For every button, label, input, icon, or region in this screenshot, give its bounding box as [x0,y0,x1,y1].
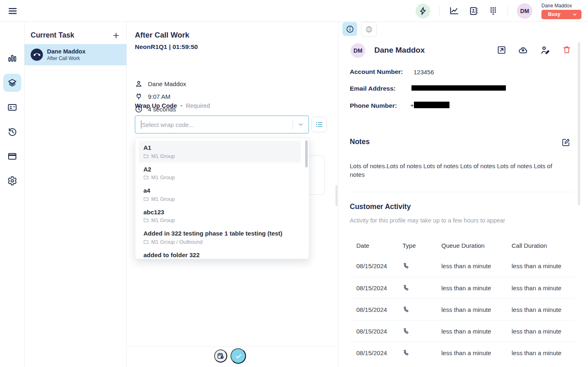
option-label: added to folder 322 [143,251,297,259]
delete-contact-button[interactable] [562,45,572,55]
dot-separator [181,105,182,107]
cell-date: 08/15/2024 [356,306,402,313]
status-dropdown[interactable]: Busy [541,10,581,19]
sidebar-item-settings[interactable] [7,176,17,186]
section-divider [350,192,574,192]
folder-icon [143,175,149,180]
wrap-code-option[interactable]: a4 M1 Group [139,184,301,205]
sidebar-item-contacts[interactable] [7,102,17,112]
current-task-panel: Current Task Dane Maddox After Call Work [25,22,127,367]
account-number-value: 123456 [414,69,434,76]
phone-prefix: + [410,102,414,109]
table-row[interactable]: 08/15/2024 less than a minute less than … [350,255,574,277]
acw-start-time: 9:07 AM [148,93,170,100]
user-avatar[interactable]: DM [517,3,532,19]
analytics-chart-icon[interactable] [449,6,459,16]
cell-queue-duration: less than a minute [441,262,512,269]
sidebar-item-analytics[interactable] [7,53,17,63]
task-list-item[interactable]: Dane Maddox After Call Work [25,44,127,65]
list-icon [315,120,323,129]
brain-icon [365,25,373,33]
top-bar: DM Dane Maddox Busy [0,0,588,22]
acw-start-time-row: 9:07 AM [135,93,170,100]
wrap-code-option[interactable]: A1 M1 Group [139,141,301,162]
add-task-button[interactable] [112,32,120,39]
table-row[interactable]: 08/15/2024 less than a minute less than … [350,277,574,298]
table-row[interactable]: 08/15/2024 less than a minute less than … [350,342,574,363]
option-group: M1 Group [151,217,175,223]
acw-contact-name: Dane Maddox [148,80,186,87]
cell-call-duration: less than a minute [512,306,574,313]
wrap-code-option[interactable]: Added in 322 testing phase 1 table testi… [139,227,301,248]
right-panel-scrollbar[interactable] [578,42,580,205]
notes-title: Notes [350,138,370,146]
dropdown-scrollbar[interactable] [305,140,308,167]
select-chevron-down-icon[interactable] [293,121,309,128]
current-task-title: Current Task [31,31,74,40]
open-external-button[interactable] [497,45,506,55]
topbar-divider [439,6,440,16]
cell-date: 08/15/2024 [356,349,402,356]
main-panel-scrollbar[interactable] [335,185,338,206]
option-label: Added in 322 testing phase 1 table testi… [143,229,297,238]
phone-icon [402,328,441,335]
person-edit-icon [540,45,550,55]
cell-call-duration: less than a minute [512,328,574,335]
left-nav-rail [0,22,25,367]
quick-actions-button[interactable] [416,4,430,18]
dialpad-icon[interactable] [488,6,499,16]
tab-profile-info[interactable] [342,22,357,36]
person-icon [135,80,143,88]
phone-label: Phone Number: [350,102,397,109]
option-group: M1 Group [151,174,175,180]
sidebar-item-browser[interactable] [7,151,17,161]
account-number-label: Account Number: [350,68,403,76]
wrap-code-select[interactable]: Select wrap code... [135,116,309,133]
acw-contact-row: Dane Maddox [135,80,186,88]
browse-wrap-codes-button[interactable] [311,117,327,132]
cell-call-duration: less than a minute [512,262,574,269]
table-row[interactable]: 08/15/2024 less than a minute less than … [350,298,574,320]
cell-queue-duration: less than a minute [441,285,512,291]
wrap-code-placeholder: Select wrap code... [142,121,194,128]
download-profile-button[interactable] [518,45,528,55]
required-label: Required [186,102,210,109]
phone-icon [402,262,441,269]
app-window: DM Dane Maddox Busy [0,0,588,367]
plug-icon [135,93,143,100]
wrap-code-option[interactable]: A2 M1 Group [139,162,301,184]
header-call-duration: Call Duration [512,242,574,255]
customer-activity-title: Customer Activity [350,202,411,211]
pencil-square-icon [561,138,570,147]
edit-contact-button[interactable] [540,45,550,55]
tab-ai-insights[interactable] [361,22,377,37]
check-icon [235,352,242,360]
phone-icon [402,349,441,356]
option-label: A2 [143,165,297,173]
table-row[interactable]: 08/15/2024 less than a minute less than … [350,320,574,342]
after-call-work-panel: After Call Work NeonR1Q1 | 01:59:50 Dane… [127,22,338,367]
folder-icon [143,239,149,245]
complete-task-button[interactable] [230,348,246,364]
cell-date: 08/15/2024 [356,285,402,291]
topbar-divider [508,6,508,16]
history-clock-icon [7,127,17,137]
sidebar-item-history[interactable] [7,127,17,137]
contacts-book-icon[interactable] [468,6,479,16]
task-type-label: After Call Work [47,56,85,62]
wrap-code-option[interactable]: abc123 M1 Group [139,205,301,227]
trash-icon [562,45,571,54]
hamburger-menu-icon[interactable] [7,6,18,16]
cell-queue-duration: less than a minute [441,328,512,335]
redacted-email-value [411,85,506,91]
notes-text: Lots of notes.Lots of notes Lots of note… [350,162,566,179]
schedule-button[interactable] [214,349,227,363]
info-icon [346,25,354,33]
edit-notes-button[interactable] [561,138,570,147]
option-group: M1 Group [151,153,175,159]
activity-table: Date Type Queue Duration Call Duration 0… [350,238,574,363]
wrap-code-option[interactable]: added to folder 322 M1 Group / Outbound [139,248,301,260]
cell-date: 08/15/2024 [356,328,402,335]
folder-icon [143,153,149,159]
sidebar-item-tasks[interactable] [7,78,17,88]
